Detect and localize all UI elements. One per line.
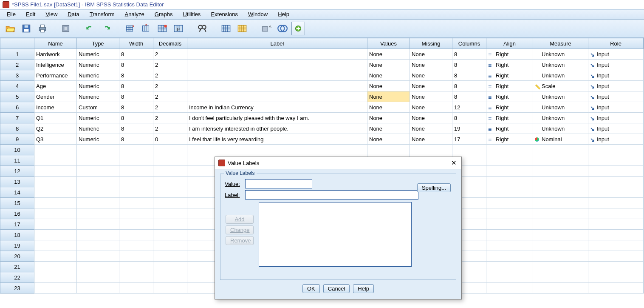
- menu-graphs[interactable]: Graphs: [150, 10, 178, 19]
- cell-role[interactable]: Input: [588, 70, 644, 81]
- cell-columns[interactable]: 8: [452, 70, 486, 81]
- change-button[interactable]: Change: [226, 225, 254, 234]
- column-header-type[interactable]: Type: [77, 38, 119, 49]
- cell-type[interactable]: Numeric: [77, 134, 119, 145]
- cell-empty[interactable]: [486, 272, 533, 283]
- corner-cell[interactable]: [0, 38, 34, 49]
- cell-type[interactable]: Numeric: [77, 49, 119, 60]
- cell-measure[interactable]: Unknown: [533, 49, 588, 60]
- cell-empty[interactable]: [77, 230, 119, 240]
- cell-width[interactable]: 8: [119, 102, 153, 113]
- cell-measure[interactable]: Unknown: [533, 102, 588, 113]
- cell-empty[interactable]: [153, 145, 187, 155]
- cell-empty[interactable]: [77, 166, 119, 177]
- cell-values[interactable]: None: [367, 113, 410, 123]
- cell-columns[interactable]: 8: [452, 60, 486, 70]
- variables-icon[interactable]: [155, 22, 169, 35]
- cell-empty[interactable]: [119, 155, 153, 166]
- cell-empty[interactable]: [153, 283, 187, 294]
- cell-type[interactable]: Custom: [77, 102, 119, 113]
- row-number[interactable]: 3: [0, 70, 34, 81]
- cell-empty[interactable]: [486, 262, 533, 272]
- cell-name[interactable]: Intelligence: [34, 60, 77, 70]
- cell-empty[interactable]: [588, 240, 644, 251]
- cell-missing[interactable]: None: [410, 70, 452, 81]
- cell-empty[interactable]: [533, 187, 588, 198]
- cell-empty[interactable]: [486, 208, 533, 219]
- cell-empty[interactable]: [486, 240, 533, 251]
- cell-role[interactable]: Input: [588, 123, 644, 134]
- cell-width[interactable]: 8: [119, 134, 153, 145]
- cell-columns[interactable]: 8: [452, 49, 486, 60]
- cell-label[interactable]: Income in Indian Currency: [187, 102, 367, 113]
- cell-align[interactable]: Right: [486, 91, 533, 102]
- cell-values[interactable]: None: [367, 134, 410, 145]
- cell-empty[interactable]: [119, 219, 153, 230]
- cell-measure[interactable]: Nominal: [533, 134, 588, 145]
- cell-missing[interactable]: None: [410, 113, 452, 123]
- cell-label[interactable]: I don't feel particularly pleased with t…: [187, 113, 367, 123]
- cell-empty[interactable]: [486, 155, 533, 166]
- cell-empty[interactable]: [588, 166, 644, 177]
- column-header-values[interactable]: Values: [367, 38, 410, 49]
- menu-data[interactable]: Data: [62, 10, 84, 19]
- cell-empty[interactable]: [153, 272, 187, 283]
- cell-label[interactable]: [187, 49, 367, 60]
- cell-empty[interactable]: [486, 166, 533, 177]
- cell-empty[interactable]: [34, 145, 77, 155]
- cell-empty[interactable]: [34, 230, 77, 240]
- cell-columns[interactable]: 8: [452, 81, 486, 91]
- cell-width[interactable]: 8: [119, 113, 153, 123]
- cell-width[interactable]: 8: [119, 49, 153, 60]
- cell-empty[interactable]: [153, 230, 187, 240]
- row-number[interactable]: 4: [0, 81, 34, 91]
- cell-empty[interactable]: [588, 187, 644, 198]
- cell-empty[interactable]: [153, 262, 187, 272]
- spelling-button[interactable]: Spelling...: [417, 183, 451, 192]
- cell-empty[interactable]: [533, 251, 588, 262]
- select-cases-icon[interactable]: A: [259, 22, 273, 35]
- cell-decimals[interactable]: 2: [153, 91, 187, 102]
- find-icon[interactable]: [195, 22, 209, 35]
- column-header-name[interactable]: Name: [34, 38, 77, 49]
- cell-empty[interactable]: [533, 219, 588, 230]
- menu-transform[interactable]: Transform: [85, 10, 120, 19]
- cell-empty[interactable]: [367, 145, 410, 155]
- cell-align[interactable]: Right: [486, 60, 533, 70]
- cell-width[interactable]: 8: [119, 81, 153, 91]
- cell-empty[interactable]: [588, 262, 644, 272]
- cell-empty[interactable]: [119, 251, 153, 262]
- cell-empty[interactable]: [486, 145, 533, 155]
- cell-empty[interactable]: [486, 283, 533, 294]
- cell-missing[interactable]: None: [410, 91, 452, 102]
- column-header-label[interactable]: Label: [187, 38, 367, 49]
- cell-type[interactable]: Numeric: [77, 113, 119, 123]
- row-number[interactable]: 15: [0, 198, 34, 208]
- cell-empty[interactable]: [77, 145, 119, 155]
- print-icon[interactable]: [36, 22, 49, 35]
- cell-empty[interactable]: [77, 219, 119, 230]
- value-labels-listbox[interactable]: [259, 202, 412, 267]
- cell-empty[interactable]: [153, 166, 187, 177]
- cell-measure[interactable]: Unknown: [533, 60, 588, 70]
- cell-empty[interactable]: [486, 251, 533, 262]
- cell-name[interactable]: Q3: [34, 134, 77, 145]
- row-number[interactable]: 10: [0, 145, 34, 155]
- row-number[interactable]: 22: [0, 272, 34, 283]
- cell-empty[interactable]: [77, 208, 119, 219]
- row-number[interactable]: 14: [0, 187, 34, 198]
- cell-empty[interactable]: [77, 240, 119, 251]
- cell-decimals[interactable]: 2: [153, 60, 187, 70]
- cell-width[interactable]: 8: [119, 91, 153, 102]
- cell-empty[interactable]: [588, 198, 644, 208]
- row-number[interactable]: 18: [0, 230, 34, 240]
- row-number[interactable]: 17: [0, 219, 34, 230]
- cell-decimals[interactable]: 2: [153, 113, 187, 123]
- cell-measure[interactable]: Unknown: [533, 70, 588, 81]
- cell-empty[interactable]: [486, 187, 533, 198]
- cell-empty[interactable]: [34, 240, 77, 251]
- cell-empty[interactable]: [119, 177, 153, 187]
- cell-values[interactable]: None: [367, 70, 410, 81]
- cell-empty[interactable]: [119, 198, 153, 208]
- row-number[interactable]: 12: [0, 166, 34, 177]
